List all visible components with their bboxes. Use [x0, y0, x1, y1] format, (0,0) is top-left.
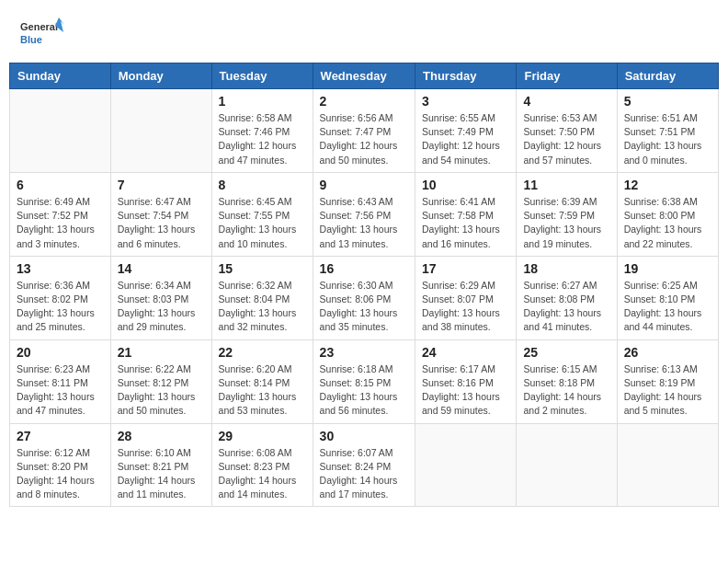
weekday-header-cell: Sunday: [10, 63, 111, 89]
day-detail: Sunrise: 6:45 AM Sunset: 7:55 PM Dayligh…: [219, 195, 306, 251]
day-number: 1: [219, 94, 306, 109]
day-number: 24: [422, 345, 509, 360]
day-cell: 6Sunrise: 6:49 AM Sunset: 7:52 PM Daylig…: [10, 172, 111, 256]
day-detail: Sunrise: 6:51 AM Sunset: 7:51 PM Dayligh…: [624, 111, 711, 167]
calendar-body: 1Sunrise: 6:58 AM Sunset: 7:46 PM Daylig…: [10, 89, 719, 507]
day-cell: 7Sunrise: 6:47 AM Sunset: 7:54 PM Daylig…: [110, 172, 211, 256]
day-detail: Sunrise: 6:34 AM Sunset: 8:03 PM Dayligh…: [118, 279, 205, 335]
day-number: 5: [624, 94, 711, 109]
day-cell: 4Sunrise: 6:53 AM Sunset: 7:50 PM Daylig…: [517, 89, 617, 173]
day-cell: 15Sunrise: 6:32 AM Sunset: 8:04 PM Dayli…: [211, 256, 313, 339]
day-detail: Sunrise: 6:15 AM Sunset: 8:18 PM Dayligh…: [523, 362, 609, 419]
day-detail: Sunrise: 6:29 AM Sunset: 8:07 PM Dayligh…: [422, 279, 509, 335]
weekday-header-cell: Tuesday: [211, 63, 313, 89]
day-number: 19: [624, 261, 711, 276]
day-cell: 9Sunrise: 6:43 AM Sunset: 7:56 PM Daylig…: [313, 172, 415, 256]
day-cell: 27Sunrise: 6:12 AM Sunset: 8:20 PM Dayli…: [10, 423, 111, 507]
day-number: 6: [17, 178, 104, 192]
day-detail: Sunrise: 6:38 AM Sunset: 8:00 PM Dayligh…: [624, 195, 711, 251]
day-cell: 21Sunrise: 6:22 AM Sunset: 8:12 PM Dayli…: [110, 339, 211, 423]
day-cell: 23Sunrise: 6:18 AM Sunset: 8:15 PM Dayli…: [313, 339, 415, 423]
day-cell: 16Sunrise: 6:30 AM Sunset: 8:06 PM Dayli…: [313, 256, 415, 339]
day-cell: 3Sunrise: 6:55 AM Sunset: 7:49 PM Daylig…: [415, 89, 517, 173]
day-detail: Sunrise: 6:55 AM Sunset: 7:49 PM Dayligh…: [422, 111, 509, 167]
day-detail: Sunrise: 6:18 AM Sunset: 8:15 PM Dayligh…: [320, 362, 408, 419]
day-cell: [517, 423, 617, 507]
weekday-header-cell: Thursday: [415, 63, 517, 89]
day-number: 18: [523, 261, 609, 276]
day-cell: 1Sunrise: 6:58 AM Sunset: 7:46 PM Daylig…: [211, 89, 313, 173]
day-cell: [10, 89, 111, 173]
day-number: 11: [523, 178, 609, 192]
day-number: 15: [219, 261, 306, 276]
day-number: 16: [320, 261, 408, 276]
header: General Blue: [9, 9, 719, 55]
day-cell: 12Sunrise: 6:38 AM Sunset: 8:00 PM Dayli…: [617, 172, 718, 256]
day-number: 3: [422, 94, 509, 109]
weekday-header-cell: Saturday: [617, 63, 718, 89]
weekday-header-cell: Wednesday: [313, 63, 415, 89]
svg-text:General: General: [20, 21, 58, 32]
day-number: 22: [219, 345, 306, 360]
day-detail: Sunrise: 6:07 AM Sunset: 8:24 PM Dayligh…: [320, 446, 408, 502]
day-number: 12: [624, 178, 711, 192]
day-cell: 17Sunrise: 6:29 AM Sunset: 8:07 PM Dayli…: [415, 256, 517, 339]
day-number: 28: [118, 429, 205, 443]
day-cell: 25Sunrise: 6:15 AM Sunset: 8:18 PM Dayli…: [517, 339, 617, 423]
day-detail: Sunrise: 6:32 AM Sunset: 8:04 PM Dayligh…: [219, 279, 306, 335]
day-cell: 13Sunrise: 6:36 AM Sunset: 8:02 PM Dayli…: [10, 256, 111, 339]
day-cell: 2Sunrise: 6:56 AM Sunset: 7:47 PM Daylig…: [313, 89, 415, 173]
day-number: 25: [523, 345, 609, 360]
day-cell: 29Sunrise: 6:08 AM Sunset: 8:23 PM Dayli…: [211, 423, 313, 507]
weekday-header-row: SundayMondayTuesdayWednesdayThursdayFrid…: [10, 63, 719, 89]
day-number: 13: [17, 261, 104, 276]
day-number: 2: [320, 94, 408, 109]
week-row: 1Sunrise: 6:58 AM Sunset: 7:46 PM Daylig…: [10, 89, 719, 173]
logo-svg: General Blue: [18, 14, 64, 51]
day-detail: Sunrise: 6:12 AM Sunset: 8:20 PM Dayligh…: [17, 446, 104, 502]
day-cell: [415, 423, 517, 507]
day-detail: Sunrise: 6:41 AM Sunset: 7:58 PM Dayligh…: [422, 195, 509, 251]
day-detail: Sunrise: 6:39 AM Sunset: 7:59 PM Dayligh…: [523, 195, 609, 251]
day-number: 21: [118, 345, 205, 360]
day-number: 30: [320, 429, 408, 443]
day-cell: 28Sunrise: 6:10 AM Sunset: 8:21 PM Dayli…: [110, 423, 211, 507]
day-number: 20: [17, 345, 104, 360]
day-detail: Sunrise: 6:30 AM Sunset: 8:06 PM Dayligh…: [320, 279, 408, 335]
day-number: 23: [320, 345, 408, 360]
day-number: 8: [219, 178, 306, 192]
day-number: 7: [118, 178, 205, 192]
day-detail: Sunrise: 6:43 AM Sunset: 7:56 PM Dayligh…: [320, 195, 408, 251]
day-detail: Sunrise: 6:36 AM Sunset: 8:02 PM Dayligh…: [17, 279, 104, 335]
day-detail: Sunrise: 6:08 AM Sunset: 8:23 PM Dayligh…: [219, 446, 306, 502]
day-cell: 5Sunrise: 6:51 AM Sunset: 7:51 PM Daylig…: [617, 89, 718, 173]
day-cell: 19Sunrise: 6:25 AM Sunset: 8:10 PM Dayli…: [617, 256, 718, 339]
day-cell: 18Sunrise: 6:27 AM Sunset: 8:08 PM Dayli…: [517, 256, 617, 339]
day-detail: Sunrise: 6:53 AM Sunset: 7:50 PM Dayligh…: [523, 111, 609, 167]
day-detail: Sunrise: 6:49 AM Sunset: 7:52 PM Dayligh…: [17, 195, 104, 251]
day-number: 10: [422, 178, 509, 192]
day-number: 9: [320, 178, 408, 192]
day-cell: 14Sunrise: 6:34 AM Sunset: 8:03 PM Dayli…: [110, 256, 211, 339]
day-number: 4: [523, 94, 609, 109]
day-cell: 10Sunrise: 6:41 AM Sunset: 7:58 PM Dayli…: [415, 172, 517, 256]
weekday-header-cell: Monday: [110, 63, 211, 89]
day-detail: Sunrise: 6:22 AM Sunset: 8:12 PM Dayligh…: [118, 362, 205, 419]
day-detail: Sunrise: 6:27 AM Sunset: 8:08 PM Dayligh…: [523, 279, 609, 335]
day-detail: Sunrise: 6:58 AM Sunset: 7:46 PM Dayligh…: [219, 111, 306, 167]
day-cell: 30Sunrise: 6:07 AM Sunset: 8:24 PM Dayli…: [313, 423, 415, 507]
calendar-table: SundayMondayTuesdayWednesdayThursdayFrid…: [9, 63, 719, 507]
day-detail: Sunrise: 6:13 AM Sunset: 8:19 PM Dayligh…: [624, 362, 711, 419]
day-detail: Sunrise: 6:47 AM Sunset: 7:54 PM Dayligh…: [118, 195, 205, 251]
day-detail: Sunrise: 6:56 AM Sunset: 7:47 PM Dayligh…: [320, 111, 408, 167]
day-cell: [110, 89, 211, 173]
day-cell: 11Sunrise: 6:39 AM Sunset: 7:59 PM Dayli…: [517, 172, 617, 256]
day-detail: Sunrise: 6:20 AM Sunset: 8:14 PM Dayligh…: [219, 362, 306, 419]
week-row: 6Sunrise: 6:49 AM Sunset: 7:52 PM Daylig…: [10, 172, 719, 256]
day-cell: 26Sunrise: 6:13 AM Sunset: 8:19 PM Dayli…: [617, 339, 718, 423]
day-cell: 20Sunrise: 6:23 AM Sunset: 8:11 PM Dayli…: [10, 339, 111, 423]
day-detail: Sunrise: 6:25 AM Sunset: 8:10 PM Dayligh…: [624, 279, 711, 335]
day-detail: Sunrise: 6:23 AM Sunset: 8:11 PM Dayligh…: [17, 362, 104, 419]
day-detail: Sunrise: 6:17 AM Sunset: 8:16 PM Dayligh…: [422, 362, 509, 419]
day-number: 29: [219, 429, 306, 443]
